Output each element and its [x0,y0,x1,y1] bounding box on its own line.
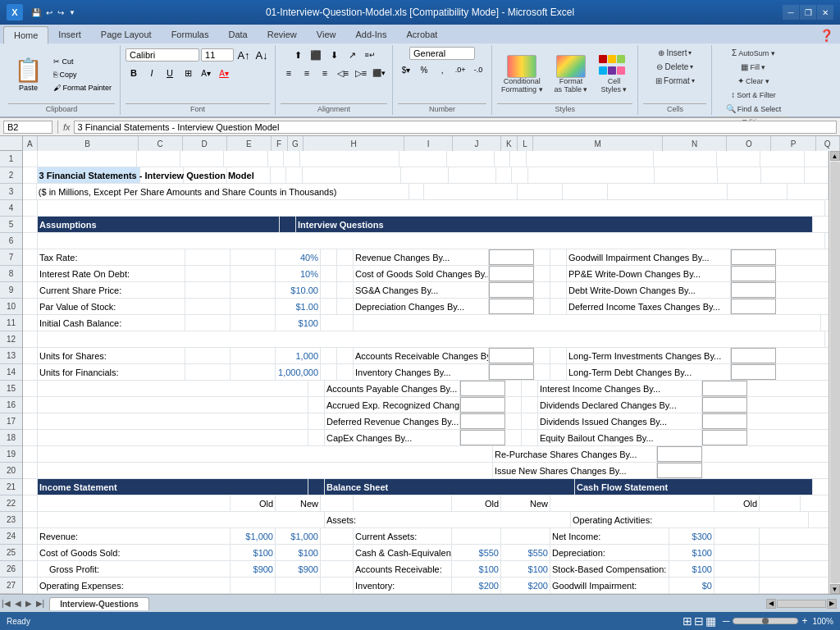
r7h[interactable]: Revenue Changes By... [354,249,489,265]
r11e[interactable]: $100 [276,315,321,331]
zoom-slider[interactable] [733,618,798,624]
r2h[interactable] [303,167,401,183]
col-F[interactable]: F [272,136,288,151]
wrap-text-btn[interactable]: ≡↵ [362,47,378,63]
decrease-font-btn[interactable]: A↓ [253,47,270,63]
r22o[interactable]: Old [714,495,760,511]
font-size-input[interactable] [201,48,234,62]
col-B[interactable]: B [38,136,139,151]
r7j[interactable] [489,249,534,265]
r1j[interactable] [447,151,495,167]
r26i[interactable]: $100 [452,561,501,577]
r2f[interactable] [271,167,286,183]
r9j[interactable] [489,282,534,298]
r8h[interactable]: Cost of Goods Sold Changes By... [354,266,489,281]
help-btn[interactable]: ❓ [819,29,833,42]
r22i[interactable]: Old [452,495,501,511]
r25i[interactable]: $550 [452,545,501,560]
tab-review[interactable]: Review [258,26,307,43]
close-btn[interactable]: ✕ [817,5,833,20]
r10l[interactable]: Deferred Income Taxes Changes By... [567,299,731,314]
fill-button[interactable]: ▦ Fill ▾ [737,61,769,73]
hscroll-left-btn[interactable]: ◀ [766,599,776,609]
r3g[interactable] [409,184,425,199]
r10e[interactable]: $1.00 [276,299,321,314]
hscroll-right-btn[interactable]: ▶ [827,599,837,609]
vertical-scrollbar[interactable]: ▲ ▼ [829,151,840,594]
r25d[interactable]: $100 [231,545,276,560]
tab-formulas[interactable]: Formulas [162,26,219,43]
r9b[interactable]: Current Share Price: [38,282,185,298]
next-sheet-btn[interactable]: ▶ [24,597,34,609]
r1h[interactable] [300,151,399,167]
tab-page-layout[interactable]: Page Layout [91,26,162,43]
font-name-input[interactable] [126,48,199,62]
r9l[interactable]: Debt Write-Down Changes By... [567,282,731,298]
r16h[interactable]: Accrued Exp. Recognized Changes By... [325,397,460,413]
r14h[interactable]: Inventory Changes By... [354,364,489,380]
increase-font-btn[interactable]: A↑ [235,47,252,63]
r27j[interactable]: $200 [501,578,550,593]
r25h[interactable]: Cash & Cash-Equivalents: [354,545,452,560]
r27q[interactable]: $0 [669,578,714,593]
col-P[interactable]: P [771,136,815,151]
underline-button[interactable]: U [162,65,178,81]
r5-interview-header[interactable]: Interview Questions [296,217,813,232]
r24b[interactable]: Revenue: [38,528,231,544]
delete-cells-button[interactable]: ⊖ Delete ▾ [652,61,697,73]
r20l[interactable]: Issue New Shares Changes By... [493,463,657,478]
tab-view[interactable]: View [307,26,346,43]
paste-button[interactable]: 📋 Paste [8,54,48,94]
zoom-out-btn[interactable]: ─ [723,615,730,627]
bold-button[interactable]: B [126,65,142,81]
r8j[interactable] [489,266,534,281]
r26b[interactable]: Gross Profit: [38,561,231,577]
r24e[interactable]: $1,000 [276,528,321,544]
r24n[interactable]: Net Income: [550,528,669,544]
autosum-button[interactable]: Σ AutoSum ▾ [728,47,779,59]
r26h[interactable]: Accounts Receivable: [354,561,452,577]
r13l[interactable]: Long-Term Investments Changes By... [567,348,731,363]
r25q[interactable]: $100 [669,545,714,560]
r3m[interactable] [608,184,728,199]
r18h[interactable]: CapEx Changes By... [325,430,460,445]
formula-input[interactable] [74,121,837,134]
r27b[interactable]: Operating Expenses: [38,578,231,593]
last-sheet-btn[interactable]: ▶| [34,597,47,609]
r1a[interactable] [23,151,38,167]
r3n[interactable] [728,184,788,199]
r1d[interactable] [180,151,224,167]
r1m[interactable] [527,151,654,167]
tab-acrobat[interactable]: Acrobat [396,26,447,43]
r25n[interactable]: Depreciation: [550,545,669,560]
col-G[interactable]: G [288,136,304,151]
r10h[interactable]: Depreciation Changes By... [354,299,489,314]
r1e[interactable] [224,151,267,167]
conditional-formatting-button[interactable]: ConditionalFormatting ▾ [497,52,547,97]
first-sheet-btn[interactable]: |◀ [0,597,12,609]
r14j[interactable] [489,364,534,380]
sort-filter-button[interactable]: ↕ Sort & Filter [727,89,780,101]
tab-addins[interactable]: Add-Ins [345,26,396,43]
cut-button[interactable]: ✂ Cut [50,56,115,67]
tab-home[interactable]: Home [3,26,48,44]
r1q[interactable] [805,151,829,167]
page-break-btn[interactable]: ▦ [705,614,716,628]
r13h[interactable]: Accounts Receivable Changes By... [354,348,489,363]
r1o[interactable] [717,151,760,167]
scroll-thumb[interactable] [830,162,840,583]
tab-data[interactable]: Data [218,26,257,43]
format-as-table-button[interactable]: Formatas Table ▾ [550,52,592,97]
r22e[interactable]: New [276,495,321,511]
col-O[interactable]: O [727,136,771,151]
r10b[interactable]: Par Value of Stock: [38,299,185,314]
r2n[interactable] [655,167,718,183]
r7e[interactable]: 40% [276,249,321,265]
fill-color-button[interactable]: A▾ [198,65,214,81]
col-D[interactable]: D [183,136,227,151]
borders-button[interactable]: ⊞ [180,65,196,81]
currency-btn[interactable]: $▾ [398,62,414,78]
r3o[interactable] [788,184,829,199]
r8e[interactable]: 10% [276,266,321,281]
tab-insert[interactable]: Insert [48,26,91,43]
